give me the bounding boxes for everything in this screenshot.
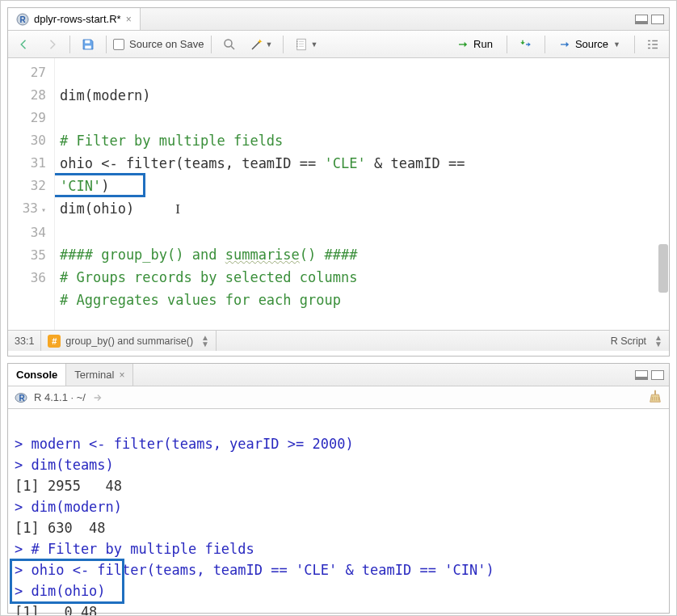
console-line: > dim(ohio) — [15, 583, 106, 599]
svg-point-6 — [296, 40, 298, 42]
find-button[interactable] — [218, 34, 241, 55]
editor-scrollbar-thumb[interactable] — [658, 244, 668, 293]
editor-tab-active[interactable]: R dplyr-rows-start.R* × — [8, 8, 141, 30]
code-line: dim(modern) — [60, 87, 151, 103]
text-cursor: I — [175, 201, 180, 217]
maximize-pane-icon[interactable] — [651, 15, 664, 24]
console-line: > ohio <- filter(teams, teamID == 'CLE' … — [15, 562, 494, 578]
notebook-button[interactable]: ▼ — [290, 34, 322, 55]
section-indicator[interactable]: # group_by() and summarise() ▲▼ — [41, 331, 217, 351]
svg-text:R: R — [19, 15, 26, 24]
minimize-pane-icon[interactable] — [635, 15, 648, 24]
r-version-text: R 4.1.1 · ~/ — [34, 391, 86, 403]
code-line: 'CIN') — [60, 178, 109, 194]
rerun-button[interactable] — [514, 34, 538, 55]
svg-rect-5 — [297, 39, 306, 50]
svg-point-8 — [296, 45, 298, 47]
section-updown-icon[interactable]: ▲▼ — [201, 335, 209, 348]
console-maximize-icon[interactable] — [651, 370, 664, 380]
svg-text:R: R — [19, 394, 25, 403]
forward-button[interactable] — [40, 34, 63, 55]
console-tab-bar: Console Terminal × — [8, 364, 669, 386]
console-pane: Console Terminal × R R 4.1.1 · ~/ > mode… — [7, 363, 670, 614]
language-indicator[interactable]: R Script ▲▼ — [604, 335, 669, 348]
source-on-save-checkbox[interactable] — [113, 39, 124, 50]
outline-button[interactable] — [641, 34, 664, 55]
console-output-line: [1] 0 48 — [15, 604, 97, 616]
console-line: > dim(modern) — [15, 499, 122, 515]
console-minimize-icon[interactable] — [635, 370, 648, 380]
run-button[interactable]: Run — [450, 34, 500, 55]
source-label: Source — [575, 38, 608, 50]
r-logo-icon: R — [15, 391, 27, 404]
save-button[interactable] — [77, 34, 99, 55]
console-tab[interactable]: Console — [8, 364, 66, 386]
back-button[interactable] — [13, 34, 36, 55]
code-line-comment: # Aggregates values for each group — [60, 292, 341, 308]
console-output[interactable]: > modern <- filter(teams, yearID >= 2000… — [8, 409, 669, 611]
code-line: dim(ohio) I — [60, 200, 180, 217]
editor-window-controls — [630, 8, 669, 30]
rscript-file-icon: R — [16, 13, 29, 26]
source-on-save-label: Source on Save — [129, 38, 204, 50]
svg-rect-2 — [85, 40, 90, 43]
wd-popout-icon[interactable] — [92, 392, 103, 403]
editor-tab-bar: R dplyr-rows-start.R* × — [8, 8, 669, 31]
console-line: > modern <- filter(teams, yearID >= 2000… — [15, 436, 354, 452]
editor-toolbar: Source on Save ▼ ▼ Run Source ▼ — [8, 31, 669, 58]
source-button[interactable]: Source ▼ — [552, 34, 628, 55]
console-output-line: [1] 630 48 — [15, 520, 106, 536]
clear-console-button[interactable] — [648, 389, 662, 406]
close-tab-icon[interactable]: × — [126, 14, 132, 25]
source-editor-pane: R dplyr-rows-start.R* × Source on Save ▼… — [7, 7, 670, 357]
console-line: > dim(teams) — [15, 457, 114, 473]
code-line-section: #### group_by() and summarise() #### — [60, 247, 357, 263]
svg-rect-3 — [85, 45, 91, 49]
editor-body[interactable]: 27 28 29 30 31 32 33▾ 34 35 36 dim(moder… — [8, 58, 669, 330]
code-line: ohio <- filter(teams, teamID == 'CLE' & … — [60, 155, 473, 171]
terminal-tab[interactable]: Terminal × — [66, 364, 133, 386]
editor-status-bar: 33:1 # group_by() and summarise() ▲▼ R S… — [8, 330, 669, 351]
cursor-position: 33:1 — [8, 331, 41, 351]
close-terminal-icon[interactable]: × — [119, 369, 124, 381]
editor-tab-filename: dplyr-rows-start.R* — [34, 13, 121, 25]
svg-point-7 — [296, 43, 298, 44]
code-line-comment: # Groups records by selected columns — [60, 269, 357, 285]
console-output-line: [1] 2955 48 — [15, 478, 122, 494]
lang-updown-icon[interactable]: ▲▼ — [654, 335, 662, 348]
run-label: Run — [473, 38, 493, 50]
line-gutter: 27 28 29 30 31 32 33▾ 34 35 36 — [8, 58, 55, 330]
console-window-controls — [630, 364, 669, 386]
wand-button[interactable]: ▼ — [246, 34, 277, 55]
hash-badge-icon: # — [48, 335, 61, 348]
console-info-bar: R R 4.1.1 · ~/ — [8, 386, 669, 409]
svg-point-4 — [225, 40, 232, 47]
console-line: > # Filter by multiple fields — [15, 541, 254, 557]
code-area[interactable]: dim(modern) # Filter by multiple fields … — [55, 58, 669, 330]
code-line-comment: # Filter by multiple fields — [60, 133, 283, 149]
